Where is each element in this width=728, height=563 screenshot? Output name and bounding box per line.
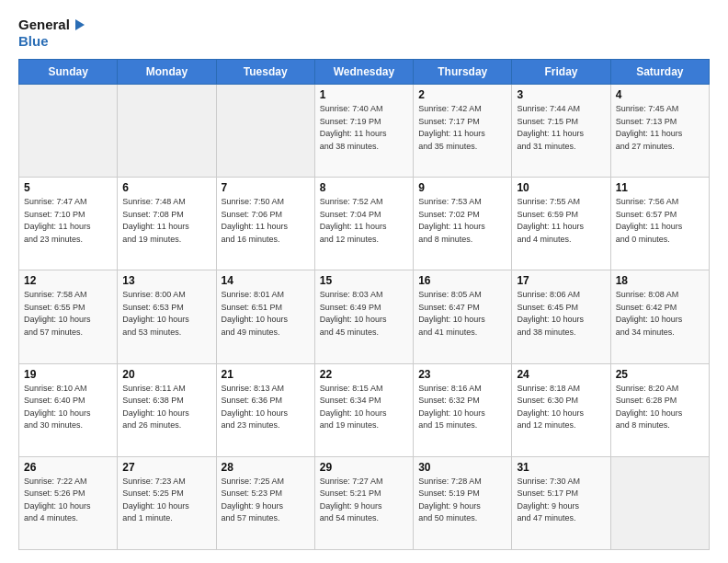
day-number: 9: [418, 181, 506, 194]
calendar-cell: 3Sunrise: 7:44 AM Sunset: 7:15 PM Daylig…: [512, 85, 610, 178]
day-info: Sunrise: 7:27 AM Sunset: 5:21 PM Dayligh…: [320, 476, 408, 525]
calendar-cell: 21Sunrise: 8:13 AM Sunset: 6:36 PM Dayli…: [216, 363, 314, 456]
calendar-day-header: Tuesday: [216, 60, 314, 85]
logo-arrow-icon: [72, 17, 88, 33]
calendar-week-row: 1Sunrise: 7:40 AM Sunset: 7:19 PM Daylig…: [19, 85, 710, 178]
day-info: Sunrise: 8:08 AM Sunset: 6:42 PM Dayligh…: [616, 289, 704, 339]
day-info: Sunrise: 8:16 AM Sunset: 6:32 PM Dayligh…: [418, 383, 506, 432]
day-number: 10: [517, 181, 605, 194]
calendar-cell: 6Sunrise: 7:48 AM Sunset: 7:08 PM Daylig…: [118, 178, 216, 270]
day-number: 3: [517, 88, 605, 101]
day-info: Sunrise: 8:11 AM Sunset: 6:38 PM Dayligh…: [122, 383, 210, 432]
day-info: Sunrise: 7:55 AM Sunset: 6:59 PM Dayligh…: [517, 196, 605, 246]
calendar-cell: 10Sunrise: 7:55 AM Sunset: 6:59 PM Dayli…: [512, 178, 610, 270]
day-info: Sunrise: 8:13 AM Sunset: 6:36 PM Dayligh…: [222, 383, 310, 432]
day-number: 20: [122, 368, 210, 381]
page: General Blue SundayMondayTuesdayWednesda…: [0, 0, 728, 563]
svg-marker-0: [75, 19, 85, 30]
day-number: 4: [616, 88, 704, 101]
day-number: 15: [320, 274, 408, 287]
header: General Blue: [18, 17, 710, 50]
calendar-header-row: SundayMondayTuesdayWednesdayThursdayFrid…: [19, 60, 710, 85]
calendar-table: SundayMondayTuesdayWednesdayThursdayFrid…: [18, 59, 710, 550]
day-info: Sunrise: 8:20 AM Sunset: 6:28 PM Dayligh…: [616, 383, 704, 432]
logo-text: General Blue: [18, 17, 88, 50]
day-info: Sunrise: 7:30 AM Sunset: 5:17 PM Dayligh…: [517, 476, 605, 525]
day-info: Sunrise: 8:01 AM Sunset: 6:51 PM Dayligh…: [222, 289, 310, 339]
day-number: 26: [24, 461, 112, 474]
logo-general: General: [18, 17, 70, 33]
logo-blue: Blue: [18, 33, 88, 50]
calendar-cell: 7Sunrise: 7:50 AM Sunset: 7:06 PM Daylig…: [216, 178, 314, 270]
calendar-cell: 1Sunrise: 7:40 AM Sunset: 7:19 PM Daylig…: [314, 85, 413, 178]
calendar-cell: [118, 85, 216, 178]
day-info: Sunrise: 8:06 AM Sunset: 6:45 PM Dayligh…: [517, 289, 605, 339]
calendar-day-header: Sunday: [19, 60, 118, 85]
day-info: Sunrise: 7:53 AM Sunset: 7:02 PM Dayligh…: [418, 196, 506, 246]
calendar-cell: 9Sunrise: 7:53 AM Sunset: 7:02 PM Daylig…: [414, 178, 512, 270]
calendar-day-header: Saturday: [610, 60, 709, 85]
day-info: Sunrise: 8:05 AM Sunset: 6:47 PM Dayligh…: [418, 289, 506, 339]
calendar-cell: 15Sunrise: 8:03 AM Sunset: 6:49 PM Dayli…: [314, 270, 413, 363]
calendar-cell: 14Sunrise: 8:01 AM Sunset: 6:51 PM Dayli…: [216, 270, 314, 363]
day-info: Sunrise: 8:00 AM Sunset: 6:53 PM Dayligh…: [122, 289, 210, 339]
calendar-cell: 19Sunrise: 8:10 AM Sunset: 6:40 PM Dayli…: [19, 363, 118, 456]
calendar-week-row: 19Sunrise: 8:10 AM Sunset: 6:40 PM Dayli…: [19, 363, 710, 456]
day-info: Sunrise: 7:50 AM Sunset: 7:06 PM Dayligh…: [222, 196, 310, 246]
day-info: Sunrise: 7:56 AM Sunset: 6:57 PM Dayligh…: [616, 196, 704, 246]
day-info: Sunrise: 7:40 AM Sunset: 7:19 PM Dayligh…: [320, 103, 408, 153]
day-info: Sunrise: 7:58 AM Sunset: 6:55 PM Dayligh…: [24, 289, 112, 339]
day-number: 14: [222, 274, 310, 287]
day-number: 19: [24, 368, 112, 381]
calendar-cell: 2Sunrise: 7:42 AM Sunset: 7:17 PM Daylig…: [414, 85, 512, 178]
calendar-cell: 13Sunrise: 8:00 AM Sunset: 6:53 PM Dayli…: [118, 270, 216, 363]
day-info: Sunrise: 7:45 AM Sunset: 7:13 PM Dayligh…: [616, 103, 704, 153]
calendar-cell: 12Sunrise: 7:58 AM Sunset: 6:55 PM Dayli…: [19, 270, 118, 363]
calendar-cell: 5Sunrise: 7:47 AM Sunset: 7:10 PM Daylig…: [19, 178, 118, 270]
day-info: Sunrise: 7:23 AM Sunset: 5:25 PM Dayligh…: [122, 476, 210, 525]
day-number: 17: [517, 274, 605, 287]
calendar-week-row: 12Sunrise: 7:58 AM Sunset: 6:55 PM Dayli…: [19, 270, 710, 363]
day-number: 12: [24, 274, 112, 287]
day-number: 1: [320, 88, 408, 101]
day-number: 8: [320, 181, 408, 194]
calendar-cell: 23Sunrise: 8:16 AM Sunset: 6:32 PM Dayli…: [414, 363, 512, 456]
day-info: Sunrise: 7:44 AM Sunset: 7:15 PM Dayligh…: [517, 103, 605, 153]
logo: General Blue: [18, 17, 88, 50]
calendar-cell: 8Sunrise: 7:52 AM Sunset: 7:04 PM Daylig…: [314, 178, 413, 270]
day-number: 7: [222, 181, 310, 194]
calendar-cell: 11Sunrise: 7:56 AM Sunset: 6:57 PM Dayli…: [610, 178, 709, 270]
calendar-cell: 25Sunrise: 8:20 AM Sunset: 6:28 PM Dayli…: [610, 363, 709, 456]
calendar-cell: 17Sunrise: 8:06 AM Sunset: 6:45 PM Dayli…: [512, 270, 610, 363]
calendar-cell: 18Sunrise: 8:08 AM Sunset: 6:42 PM Dayli…: [610, 270, 709, 363]
day-info: Sunrise: 8:15 AM Sunset: 6:34 PM Dayligh…: [320, 383, 408, 432]
day-number: 2: [418, 88, 506, 101]
day-info: Sunrise: 8:18 AM Sunset: 6:30 PM Dayligh…: [517, 383, 605, 432]
calendar-day-header: Wednesday: [314, 60, 413, 85]
day-number: 31: [517, 461, 605, 474]
day-number: 11: [616, 181, 704, 194]
calendar-cell: 22Sunrise: 8:15 AM Sunset: 6:34 PM Dayli…: [314, 363, 413, 456]
day-number: 28: [222, 461, 310, 474]
day-number: 24: [517, 368, 605, 381]
day-number: 5: [24, 181, 112, 194]
day-number: 18: [616, 274, 704, 287]
calendar-week-row: 26Sunrise: 7:22 AM Sunset: 5:26 PM Dayli…: [19, 456, 710, 549]
day-number: 29: [320, 461, 408, 474]
day-number: 16: [418, 274, 506, 287]
calendar-cell: 24Sunrise: 8:18 AM Sunset: 6:30 PM Dayli…: [512, 363, 610, 456]
day-info: Sunrise: 7:28 AM Sunset: 5:19 PM Dayligh…: [418, 476, 506, 525]
calendar-cell: 29Sunrise: 7:27 AM Sunset: 5:21 PM Dayli…: [314, 456, 413, 549]
calendar-day-header: Thursday: [414, 60, 512, 85]
day-number: 22: [320, 368, 408, 381]
day-info: Sunrise: 8:10 AM Sunset: 6:40 PM Dayligh…: [24, 383, 112, 432]
day-info: Sunrise: 7:25 AM Sunset: 5:23 PM Dayligh…: [222, 476, 310, 525]
calendar-cell: [19, 85, 118, 178]
calendar-cell: 27Sunrise: 7:23 AM Sunset: 5:25 PM Dayli…: [118, 456, 216, 549]
day-info: Sunrise: 7:52 AM Sunset: 7:04 PM Dayligh…: [320, 196, 408, 246]
calendar-cell: 30Sunrise: 7:28 AM Sunset: 5:19 PM Dayli…: [414, 456, 512, 549]
day-number: 21: [222, 368, 310, 381]
calendar-day-header: Monday: [118, 60, 216, 85]
day-number: 23: [418, 368, 506, 381]
calendar-cell: [216, 85, 314, 178]
